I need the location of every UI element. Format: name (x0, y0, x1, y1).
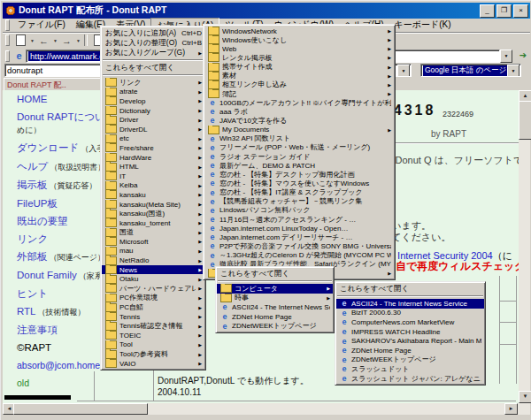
menu-item[interactable]: IT▶ (102, 172, 204, 181)
menu-item[interactable]: Tennis確認空き情報▶ (102, 321, 204, 331)
menu-item[interactable]: e～1.3GHz超えのCeleron D が発売開始 (MYCOM PC WEB… (204, 251, 394, 260)
menu-item[interactable]: Develop▶ (102, 96, 204, 106)
menu-item[interactable]: Tennis▶ (102, 312, 204, 322)
menu-item[interactable]: Otaku▶ (102, 274, 204, 284)
menu-item[interactable]: eラジオ ステーション ガイド (204, 152, 394, 161)
menu-item[interactable]: e100GBのメールアカウント!! ※バイク専門サイトが利用… (204, 98, 394, 107)
chevron-down-icon[interactable]: ▼ (76, 38, 81, 43)
maximize-button[interactable]: ❐ (496, 4, 512, 18)
menu-item[interactable]: kansaku▶ (102, 190, 204, 200)
menu-item[interactable]: 素材▶ (204, 72, 394, 80)
address-dropdown-button[interactable]: ▼ (500, 50, 512, 63)
sidebar-link[interactable]: HOME (17, 94, 48, 104)
menu-item[interactable]: コンピュータ▶ (217, 284, 333, 294)
horizontal-scrollbar[interactable]: ◄ ► (3, 403, 530, 415)
vertical-scrollbar[interactable]: ▲ ▼ (519, 90, 530, 403)
menu-item[interactable]: PC作業環境▶ (102, 294, 204, 303)
menubar-item[interactable]: キーボード(K) (389, 18, 457, 34)
sidebar-link[interactable]: Donut Family (17, 270, 77, 280)
menu-item[interactable]: eComputerNews.com MarketView (336, 317, 484, 327)
menu-item[interactable]: eP2Pで邦楽の音楽ファイル交換 SONY BMG・Universal・War… (204, 241, 394, 250)
menu-item[interactable]: mau▶ (102, 247, 204, 256)
menu-item[interactable]: Web▶ (204, 44, 394, 53)
menu-item[interactable]: Free/share▶ (102, 143, 204, 153)
menu-item[interactable]: 簿記▶ (204, 89, 394, 98)
sidebar-link[interactable]: ダウンロード (17, 142, 79, 153)
menu-item[interactable]: eZDNet Home Page (336, 346, 484, 355)
menu-item[interactable]: 国道▶ (102, 228, 204, 238)
sidebar-link[interactable]: リンク (17, 233, 48, 244)
menu-command[interactable]: お気に入りの整理(O)...Ctrl+B (102, 38, 204, 48)
chevron-down-icon[interactable]: ▼ (30, 38, 35, 43)
menu-item[interactable]: Keiba▶ (102, 181, 204, 191)
menu-item[interactable]: パーツ・ハードウェアレビュー▶ (102, 284, 204, 294)
menu-item[interactable]: リンク▶ (102, 78, 204, 88)
sidebar-link[interactable]: 注意事項 (17, 325, 58, 335)
menu-item[interactable]: e11月16日～週末のアクセスランキング - … (204, 215, 394, 224)
menu-command[interactable]: お気に入りグループ(G)▶ (102, 48, 204, 57)
menu-item[interactable]: PC自鯖▶ (102, 302, 204, 312)
sidebar-link[interactable]: 掲示板 (17, 179, 48, 190)
horizontal-scroll-thumb[interactable] (13, 403, 148, 415)
menu-item[interactable]: e窓の杜 - 【特集】デスクトップ御用化計画 (204, 170, 394, 179)
sidebar-link[interactable]: FileUP板 (17, 198, 58, 209)
menu-item[interactable]: Windows使いこなし▶ (204, 35, 394, 44)
menu-item[interactable]: eZDNet Home Page (217, 312, 333, 322)
combo-dropdown-button[interactable]: ▼ (507, 65, 519, 77)
menu-item[interactable]: eIMPRESS WATCH Headline (336, 327, 484, 337)
menu-item[interactable]: Driver▶ (102, 115, 204, 125)
menu-item[interactable]: HTML▶ (102, 162, 204, 172)
scroll-down-icon[interactable]: ▼ (519, 391, 531, 403)
menu-item[interactable]: eZDNetWEEKトップページ (336, 355, 484, 365)
sidebar-link[interactable]: ヘルプ (17, 161, 48, 172)
menu-item[interactable]: eASCII24 - The Internet News Service (336, 299, 484, 309)
menu-item[interactable]: eaaa ラボ (204, 107, 394, 116)
menu-item[interactable]: e【競馬番組表ウォッチャー】－競馬リンク集 (204, 197, 394, 206)
menu-item[interactable]: レンタル掲示板▶ (204, 53, 394, 62)
menu-item[interactable]: Microsoft▶ (102, 237, 204, 247)
menu-command[interactable]: お気に入りに追加(A)...Ctrl+D (102, 28, 204, 38)
sidebar-link[interactable]: 既出の要望 (17, 216, 68, 226)
menu-item[interactable]: WindowsNetwork▶ (204, 27, 394, 35)
toolbar-grip[interactable] (5, 50, 10, 62)
menu-item[interactable]: HardWare▶ (102, 153, 204, 163)
search-engine-combo[interactable]: Google 日本語 のページ ▼ (420, 64, 521, 77)
minimize-button[interactable]: _ (480, 4, 495, 18)
sidebar-link[interactable]: 外部板 (17, 251, 48, 262)
menu-item[interactable]: kansaku_torrent▶ (102, 218, 204, 228)
menu-item[interactable]: eLindowsパソコン無料パック (204, 206, 394, 215)
menu-item[interactable]: NetRadio▶ (102, 256, 204, 265)
menu-open-all[interactable]: これらをすべて開く (102, 63, 204, 73)
menu-item[interactable]: DriverDL▶ (102, 125, 204, 134)
forward-button[interactable]: → (59, 34, 74, 47)
menu-item[interactable]: TOEIC▶ (102, 331, 204, 340)
menu-item[interactable]: kansaku(Meta Site)▶ (102, 200, 204, 210)
sidebar-link[interactable]: ヒント (17, 288, 48, 299)
combo-dropdown-button[interactable]: ▼ (397, 65, 410, 77)
menu-item[interactable]: eフリーメール (POP・Web・転送・メーリング) (204, 143, 394, 152)
menu-open-all[interactable]: これらをすべて開く (217, 269, 333, 279)
new-document-button[interactable] (13, 34, 28, 47)
menu-item[interactable]: Toolの参考資料▶ (102, 349, 204, 359)
menu-item[interactable]: e窓の杜 - 【特集】IT講座 & スクラップブック (204, 188, 394, 197)
menu-item[interactable]: Dictionaly▶ (102, 106, 204, 116)
menu-item[interactable]: eJapan.internet.com LinuxToday - Open… (204, 224, 394, 233)
vertical-scroll-thumb[interactable] (519, 101, 531, 140)
menu-item[interactable]: 相互リンク申し込み▶ (204, 80, 394, 89)
menu-item[interactable]: Tool▶ (102, 340, 204, 350)
scroll-right-icon[interactable]: ► (504, 403, 518, 415)
menu-item[interactable]: 時事▶ (217, 294, 333, 303)
close-button[interactable]: × (513, 4, 528, 18)
menu-item[interactable]: 携帯サイト作成▶ (204, 63, 394, 72)
menu-item[interactable]: e最新ゲーム、DEMO & PATCH (204, 161, 394, 170)
toolbar-grip[interactable] (5, 34, 10, 46)
menu-item[interactable]: eJapan.internet.com デイリーリサーチ - … (204, 233, 394, 241)
menu-item[interactable]: eASCII24 - The Internet News Service (217, 302, 333, 312)
menu-item[interactable]: VAIO▶ (102, 359, 204, 369)
menu-item[interactable]: eWin32 API 関数リスト (204, 134, 394, 143)
chevron-down-icon[interactable]: ▼ (53, 38, 58, 43)
menu-item[interactable]: eZDNetWEEKトップページ (217, 321, 333, 331)
menu-open-all[interactable]: これらをすべて開く (336, 284, 484, 294)
toolbar-grip[interactable] (5, 19, 10, 31)
menu-item[interactable]: eスラッシュドット (336, 364, 484, 374)
